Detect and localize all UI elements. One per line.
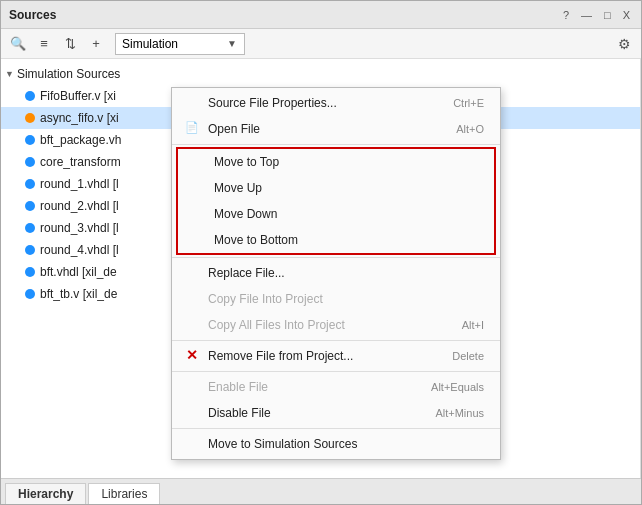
separator-1 (172, 144, 500, 145)
expand-triangle-icon: ▼ (5, 69, 14, 79)
ctx-copy-all-label: Copy All Files Into Project (208, 318, 345, 332)
file-dot-icon (25, 157, 35, 167)
file-label: round_1.vhdl [l (40, 177, 119, 191)
source-type-dropdown[interactable]: Simulation Design Sources Constraints (115, 33, 245, 55)
file-dot-icon (25, 179, 35, 189)
ctx-replace-file[interactable]: Replace File... (172, 260, 500, 286)
ctx-move-to-top[interactable]: Move to Top (178, 149, 494, 175)
ctx-open-file-label: Open File (208, 122, 260, 136)
remove-file-icon: ✕ (182, 347, 202, 363)
sort-button[interactable]: ⇅ (59, 33, 81, 55)
ctx-source-file-props[interactable]: Source File Properties... Ctrl+E (172, 90, 500, 116)
file-label: core_transform (40, 155, 121, 169)
restore-button[interactable]: □ (601, 8, 614, 22)
simulation-sources-group[interactable]: ▼ Simulation Sources (1, 63, 640, 85)
ctx-move-up-label: Move Up (214, 181, 262, 195)
ctx-move-to-bottom[interactable]: Move to Bottom (178, 227, 494, 253)
file-dot-icon (25, 135, 35, 145)
add-button[interactable]: + (85, 33, 107, 55)
ctx-open-file-wrapper: Open File Alt+O 📄 (172, 116, 500, 142)
file-label: bft_tb.v [xil_de (40, 287, 117, 301)
file-dot-icon (25, 245, 35, 255)
collapse-button[interactable]: ≡ (33, 33, 55, 55)
window-title: Sources (9, 8, 56, 22)
open-file-icon: 📄 (182, 121, 202, 134)
ctx-move-to-bottom-label: Move to Bottom (214, 233, 298, 247)
ctx-disable-file-label: Disable File (208, 406, 271, 420)
separator-3 (172, 340, 500, 341)
ctx-move-up[interactable]: Move Up (178, 175, 494, 201)
close-button[interactable]: X (620, 8, 633, 22)
file-label: async_fifo.v [xi (40, 111, 119, 125)
ctx-move-down-label: Move Down (214, 207, 277, 221)
bottom-tabs: Hierarchy Libraries (1, 478, 641, 504)
file-dot-icon (25, 289, 35, 299)
help-button[interactable]: ? (560, 8, 572, 22)
ctx-remove-file-wrapper: Remove File from Project... Delete ✕ (172, 343, 500, 369)
content-area: ▼ Simulation Sources FifoBuffer.v [xi as… (1, 59, 641, 478)
ctx-open-file-shortcut: Alt+O (456, 123, 484, 135)
separator-2 (172, 257, 500, 258)
file-dot-icon (25, 267, 35, 277)
ctx-enable-file: Enable File Alt+Equals (172, 374, 500, 400)
tab-libraries[interactable]: Libraries (88, 483, 160, 504)
file-label: bft_package.vh (40, 133, 121, 147)
ctx-move-to-sim[interactable]: Move to Simulation Sources (172, 431, 500, 457)
ctx-remove-file-label: Remove File from Project... (208, 349, 353, 363)
ctx-source-file-props-shortcut: Ctrl+E (453, 97, 484, 109)
ctx-enable-file-label: Enable File (208, 380, 268, 394)
simulation-sources-label: Simulation Sources (17, 67, 120, 81)
source-type-dropdown-wrapper: Simulation Design Sources Constraints ▼ (115, 33, 237, 55)
ctx-remove-file[interactable]: Remove File from Project... Delete (172, 343, 500, 369)
file-dot-icon (25, 223, 35, 233)
ctx-disable-file[interactable]: Disable File Alt+Minus (172, 400, 500, 426)
separator-5 (172, 428, 500, 429)
ctx-move-down[interactable]: Move Down (178, 201, 494, 227)
move-group: Move to Top Move Up Move Down Move to Bo… (176, 147, 496, 255)
file-dot-icon (25, 201, 35, 211)
minimize-button[interactable]: — (578, 8, 595, 22)
file-label: bft.vhdl [xil_de (40, 265, 117, 279)
context-menu: Source File Properties... Ctrl+E Open Fi… (171, 87, 501, 460)
ctx-replace-file-label: Replace File... (208, 266, 285, 280)
ctx-source-file-props-wrapper: Source File Properties... Ctrl+E (172, 90, 500, 116)
title-bar: Sources ? — □ X (1, 1, 641, 29)
ctx-copy-all-shortcut: Alt+I (462, 319, 484, 331)
separator-4 (172, 371, 500, 372)
file-dot-icon (25, 113, 35, 123)
ctx-remove-file-shortcut: Delete (452, 350, 484, 362)
ctx-move-to-sim-label: Move to Simulation Sources (208, 437, 357, 451)
file-label: FifoBuffer.v [xi (40, 89, 116, 103)
file-label: round_2.vhdl [l (40, 199, 119, 213)
ctx-disable-file-shortcut: Alt+Minus (435, 407, 484, 419)
ctx-copy-all: Copy All Files Into Project Alt+I (172, 312, 500, 338)
title-bar-buttons: ? — □ X (560, 8, 633, 22)
file-label: round_3.vhdl [l (40, 221, 119, 235)
ctx-open-file[interactable]: Open File Alt+O (172, 116, 500, 142)
settings-button[interactable]: ⚙ (613, 33, 635, 55)
ctx-copy-into-label: Copy File Into Project (208, 292, 323, 306)
search-button[interactable]: 🔍 (7, 33, 29, 55)
ctx-source-file-props-label: Source File Properties... (208, 96, 337, 110)
file-dot-icon (25, 91, 35, 101)
tab-hierarchy[interactable]: Hierarchy (5, 483, 86, 504)
ctx-enable-file-shortcut: Alt+Equals (431, 381, 484, 393)
ctx-move-to-top-label: Move to Top (214, 155, 279, 169)
file-label: round_4.vhdl [l (40, 243, 119, 257)
sources-window: Sources ? — □ X 🔍 ≡ ⇅ + Simulation Desig… (0, 0, 642, 505)
ctx-copy-into: Copy File Into Project (172, 286, 500, 312)
toolbar: 🔍 ≡ ⇅ + Simulation Design Sources Constr… (1, 29, 641, 59)
